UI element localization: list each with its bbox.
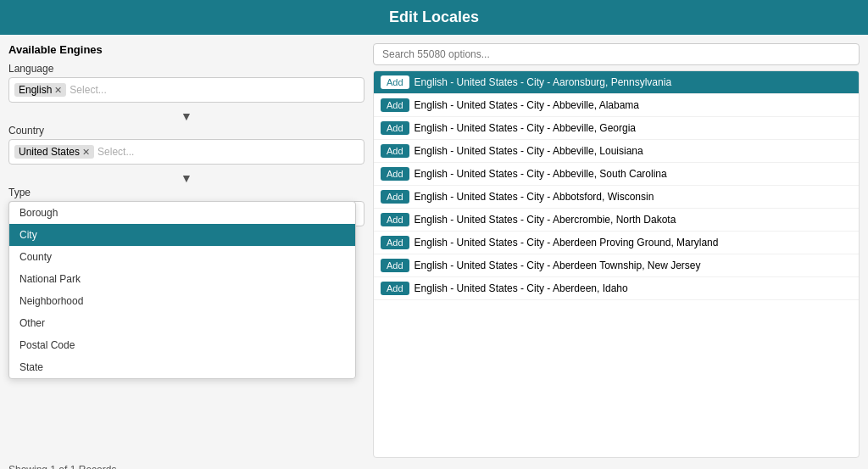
type-dropdown: Borough City County National Park Neighb…: [8, 201, 356, 379]
add-button-7[interactable]: Add: [381, 236, 409, 249]
language-tag[interactable]: English ✕: [14, 83, 66, 97]
add-button-0[interactable]: Add: [381, 75, 409, 89]
add-button-1[interactable]: Add: [381, 98, 409, 112]
result-text-5: English - United States - City - Abbotsf…: [415, 191, 654, 203]
result-item[interactable]: Add English - United States - City - Abe…: [374, 254, 859, 277]
add-button-5[interactable]: Add: [381, 190, 409, 204]
country-arrow-icon: ▼: [8, 170, 364, 187]
result-item[interactable]: Add English - United States - City - Abe…: [374, 209, 859, 232]
result-item[interactable]: Add English - United States - City - Abb…: [374, 117, 859, 140]
search-input[interactable]: [373, 43, 860, 65]
language-tag-close[interactable]: ✕: [54, 85, 62, 96]
country-tag[interactable]: United States ✕: [14, 145, 94, 159]
dropdown-item-other[interactable]: Other: [9, 312, 355, 334]
right-panel: Add English - United States - City - Aar…: [373, 43, 860, 458]
result-text-3: English - United States - City - Abbevil…: [415, 145, 643, 157]
country-input[interactable]: United States ✕ Select...: [8, 139, 364, 165]
add-button-2[interactable]: Add: [381, 121, 409, 135]
result-item[interactable]: Add English - United States - City - Aar…: [374, 71, 859, 94]
language-placeholder[interactable]: Select...: [70, 84, 106, 96]
type-label: Type: [8, 187, 364, 198]
result-item[interactable]: Add English - United States - City - Abb…: [374, 186, 859, 209]
showing-records-label: Showing 1 of 1 Records: [8, 464, 364, 469]
result-text-8: English - United States - City - Aberdee…: [415, 260, 701, 271]
dropdown-item-postal-code[interactable]: Postal Code: [9, 334, 355, 356]
available-engines-label: Available Engines: [8, 43, 364, 56]
dropdown-item-city[interactable]: City: [9, 224, 355, 246]
add-button-8[interactable]: Add: [381, 259, 409, 272]
dropdown-item-county[interactable]: County: [9, 246, 355, 268]
result-text-0: English - United States - City - Aaronsb…: [415, 76, 671, 88]
add-button-3[interactable]: Add: [381, 144, 409, 158]
dropdown-item-state[interactable]: State: [9, 356, 355, 378]
add-button-6[interactable]: Add: [381, 213, 409, 226]
header: Edit Locales: [0, 0, 868, 35]
result-text-6: English - United States - City - Abercro…: [415, 214, 676, 226]
result-text-4: English - United States - City - Abbevil…: [415, 168, 667, 180]
page-title: Edit Locales: [389, 8, 479, 25]
result-item[interactable]: Add English - United States - City - Abe…: [374, 277, 859, 300]
country-placeholder[interactable]: Select...: [97, 146, 134, 158]
dropdown-item-neighborhood[interactable]: Neighborhood: [9, 290, 355, 312]
results-list: Add English - United States - City - Aar…: [373, 70, 860, 458]
add-button-9[interactable]: Add: [381, 282, 409, 295]
language-label: Language: [8, 63, 364, 75]
dropdown-item-national-park[interactable]: National Park: [9, 268, 355, 290]
result-item[interactable]: Add English - United States - City - Abb…: [374, 163, 859, 186]
result-text-1: English - United States - City - Abbevil…: [415, 99, 639, 111]
result-item[interactable]: Add English - United States - City - Abe…: [374, 232, 859, 254]
result-item[interactable]: Add English - United States - City - Abb…: [374, 140, 859, 163]
result-text-7: English - United States - City - Aberdee…: [415, 237, 719, 248]
add-button-4[interactable]: Add: [381, 167, 409, 181]
language-input[interactable]: English ✕ Select...: [8, 77, 364, 103]
country-label: Country: [8, 125, 364, 137]
country-tag-close[interactable]: ✕: [82, 147, 90, 158]
result-text-9: English - United States - City - Aberdee…: [415, 282, 628, 294]
result-text-2: English - United States - City - Abbevil…: [415, 122, 636, 134]
language-arrow-icon: ▼: [8, 108, 364, 125]
result-item[interactable]: Add English - United States - City - Abb…: [374, 94, 859, 117]
dropdown-item-borough[interactable]: Borough: [9, 202, 355, 224]
